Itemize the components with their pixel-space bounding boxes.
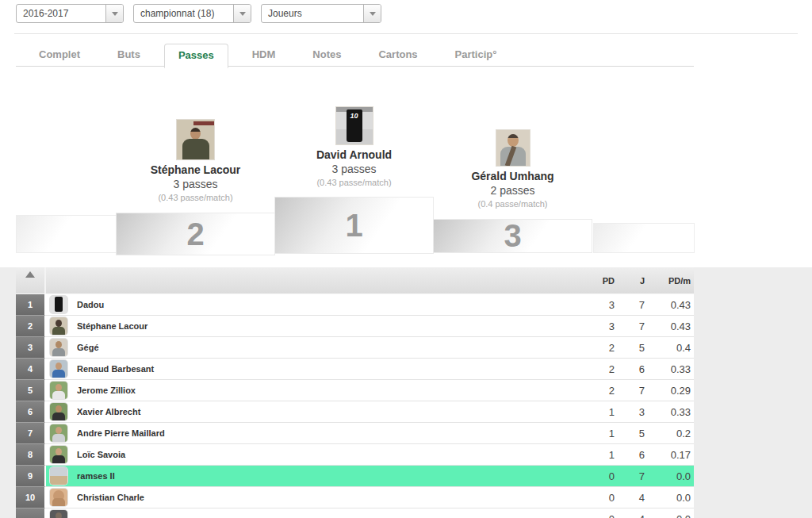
player-avatar: [50, 360, 67, 378]
table-row[interactable]: 10 Christian Charle 0 4 0.0: [16, 487, 694, 508]
column-header-pdm[interactable]: PD/m: [645, 267, 691, 294]
chevron-down-icon: [370, 12, 376, 16]
j-value: 3: [615, 406, 645, 418]
rank-badge: 5: [16, 380, 46, 401]
table-row[interactable]: 7 Andre Pierre Maillard 1 5 0.2: [16, 423, 694, 444]
rank-badge: [16, 508, 46, 518]
category-dropdown-button[interactable]: [363, 5, 381, 22]
j-value: 4: [615, 513, 645, 518]
table-row[interactable]: 2 Stéphane Lacour 3 7 0.43: [16, 316, 694, 337]
table-row-highlighted[interactable]: 9 ramses II 0 7 0.0: [16, 466, 694, 487]
season-dropdown-button[interactable]: [105, 5, 123, 22]
table-row[interactable]: 6 Xavier Albrecht 1 3 0.33: [16, 401, 694, 423]
podium-step-ghost-left: [16, 215, 117, 253]
season-dropdown[interactable]: 2016-2017: [16, 4, 124, 23]
passes-count: 2 passes: [490, 185, 534, 197]
player-name: Stéphane Lacour: [77, 321, 575, 331]
rank-sort-header[interactable]: [16, 267, 46, 294]
tab-cartons[interactable]: Cartons: [365, 44, 431, 66]
pdm-value: 0.0: [645, 492, 691, 504]
competition-dropdown[interactable]: championnat (18): [133, 4, 251, 23]
rank-badge: 9: [16, 466, 46, 487]
tab-hdm[interactable]: HDM: [239, 44, 289, 66]
pd-value: 3: [575, 320, 615, 332]
table-row[interactable]: 0 4 0.0: [16, 508, 694, 518]
pd-value: 0: [575, 492, 615, 504]
player-avatar: [50, 424, 67, 442]
podium-step-3: 3: [433, 219, 592, 253]
category-dropdown-value: Joueurs: [262, 5, 363, 22]
player-name: David Arnould: [316, 149, 392, 161]
player-name: Dadou: [77, 300, 575, 309]
player-name: ramses II: [77, 471, 575, 481]
table-row[interactable]: 5 Jerome Zilliox 2 7 0.29: [16, 380, 694, 401]
player-avatar: [50, 296, 67, 313]
j-value: 7: [615, 320, 645, 332]
j-value: 5: [615, 342, 645, 354]
table-row[interactable]: 1 Dadou 3 7 0.43: [16, 294, 694, 316]
rank-badge: 2: [16, 316, 46, 337]
podium-step-2: 2: [116, 213, 275, 255]
j-value: 7: [615, 470, 645, 482]
passes-ratio: (0.4 passe/match): [477, 199, 547, 209]
jersey-number: 10: [347, 109, 362, 120]
passes-ranking-table: PD J PD/m 1 Dadou 3 7 0.43 2 Stéphane La…: [16, 267, 694, 518]
pdm-value: 0.17: [645, 449, 691, 461]
tab-particip[interactable]: Particip°: [442, 44, 511, 66]
table-row[interactable]: 4 Renaud Barbesant 2 6 0.33: [16, 359, 694, 380]
filter-separator: [14, 33, 798, 34]
player-avatar: [50, 403, 67, 420]
person-silhouette: [182, 139, 209, 159]
player-photo: 10: [335, 106, 373, 145]
player-avatar: [50, 467, 67, 485]
pdm-value: 0.4: [645, 342, 691, 354]
passes-podium: Stéphane Lacour 3 passes (0.43 passe/mat…: [0, 67, 812, 267]
player-name: Xavier Albrecht: [77, 407, 575, 416]
pdm-value: 0.2: [645, 428, 691, 439]
table-row[interactable]: 8 Loïc Savoia 1 6 0.17: [16, 444, 694, 466]
table-row[interactable]: 3 Gégé 2 5 0.4: [16, 337, 694, 359]
player-name: Loïc Savoia: [77, 450, 575, 459]
j-value: 6: [615, 363, 645, 375]
podium-first-place: 10 David Arnould 3 passes (0.43 passe/ma…: [274, 106, 434, 254]
player-name: Stéphane Lacour: [151, 164, 241, 176]
player-photo: [176, 119, 215, 160]
player-name: Renaud Barbesant: [77, 364, 575, 374]
player-name: Gégé: [77, 343, 575, 352]
rank-badge: 1: [16, 294, 46, 316]
passes-count: 3 passes: [173, 178, 217, 190]
pdm-value: 0.29: [645, 385, 691, 397]
tab-complet[interactable]: Complet: [25, 44, 94, 66]
passes-ratio: (0.43 passe/match): [158, 193, 232, 203]
rank-badge: 6: [16, 401, 46, 423]
chevron-down-icon: [112, 12, 118, 16]
photo-background-stripe: [193, 121, 214, 125]
player-avatar: [50, 317, 67, 335]
rank-badge: 4: [16, 359, 46, 380]
jersey-image: 10: [347, 109, 362, 142]
tab-notes[interactable]: Notes: [299, 44, 354, 66]
stats-tab-bar: Complet Buts Passes HDM Notes Cartons Pa…: [16, 44, 694, 67]
player-photo: [496, 129, 530, 167]
rank-badge: 7: [16, 423, 46, 444]
j-value: 7: [615, 385, 645, 397]
podium-step-ghost-right: [593, 223, 695, 253]
tab-passes[interactable]: Passes: [164, 44, 228, 68]
competition-dropdown-value: championnat (18): [134, 5, 233, 22]
pd-value: 1: [575, 449, 615, 461]
table-header-row: PD J PD/m: [16, 267, 694, 294]
person-silhouette: [508, 134, 519, 147]
j-value: 4: [615, 492, 645, 504]
pdm-value: 0.0: [645, 470, 691, 482]
pd-value: 3: [575, 299, 615, 311]
column-header-pd[interactable]: PD: [575, 267, 615, 294]
player-name: Christian Charle: [77, 493, 575, 502]
j-value: 5: [615, 428, 645, 439]
column-header-j[interactable]: J: [615, 267, 645, 294]
pdm-value: 0.33: [645, 363, 691, 375]
competition-dropdown-button[interactable]: [233, 5, 251, 22]
tab-buts[interactable]: Buts: [104, 44, 154, 66]
pd-value: 1: [575, 406, 615, 418]
category-dropdown[interactable]: Joueurs: [261, 4, 381, 23]
player-name: Andre Pierre Maillard: [77, 428, 575, 438]
